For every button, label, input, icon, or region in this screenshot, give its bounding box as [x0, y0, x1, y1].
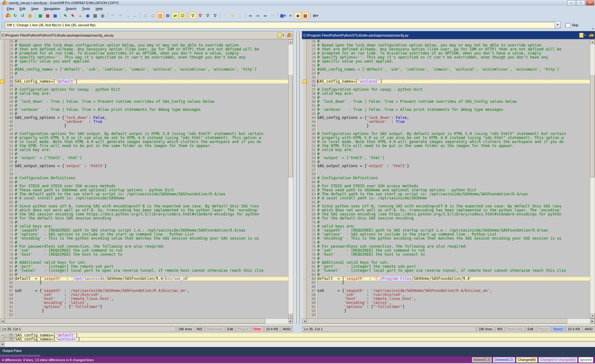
refresh-files-icon[interactable]: ↺ — [19, 12, 26, 19]
left-file-dropdown-icon[interactable]: ▾ — [283, 34, 284, 37]
copy-up-icon[interactable]: ↑ — [222, 12, 229, 19]
output-pane[interactable]: Output Pane — [0, 347, 595, 357]
undo-icon[interactable]: ↶ — [109, 12, 116, 19]
left-scroll-left-icon[interactable]: ◀ — [0, 319, 5, 323]
menu-item-files[interactable]: Files — [4, 6, 17, 11]
diff-marker-icon[interactable]: → — [0, 277, 4, 281]
code-line-54[interactable]: # 'output' = ['html5', 'html'] — [317, 156, 590, 160]
code-line-74[interactable]: # 'encoding' - This is the python encodi… — [317, 236, 590, 240]
code-line-46[interactable]: } — [15, 124, 288, 128]
skip-checkbox[interactable] — [566, 23, 570, 28]
code-line-85[interactable]: } — [15, 281, 288, 285]
code-line-35[interactable]: SAS_config_names=['default'] — [15, 80, 288, 84]
edit-first-icon[interactable]: ✎ — [62, 12, 69, 19]
code-line-40[interactable]: # 'lock_down' - True | False. True = Pre… — [317, 100, 590, 104]
save-first-icon[interactable]: ▣ — [37, 12, 44, 19]
code-line-42[interactable]: # 'verbose' - True | False. True = Allow… — [15, 108, 288, 112]
plugins-icon[interactable]: ◆ — [294, 12, 301, 19]
code-line-52[interactable]: # valid key are: — [317, 148, 590, 152]
code-line-57[interactable] — [317, 168, 590, 172]
code-line-93[interactable] — [317, 313, 590, 317]
diff-list-row[interactable]: →35SAS_config_names=['default'] — [0, 333, 595, 337]
diff-marker-icon[interactable]: ← — [302, 277, 306, 281]
find-next-icon[interactable]: ∞ — [254, 12, 261, 19]
code-line-40[interactable]: # 'lock_down' - True | False. True = Pre… — [15, 100, 288, 104]
menu-item-search[interactable]: Search — [63, 6, 79, 11]
save-second-icon[interactable]: ▣ — [44, 12, 51, 19]
options-check-icon[interactable]: ☑ — [179, 12, 186, 19]
redo-icon[interactable]: ↷ — [117, 12, 124, 19]
code-line-69[interactable]: # for the default Unix SAS session encod… — [317, 216, 590, 220]
open-files-icon[interactable]: ▣ — [27, 12, 33, 19]
code-line-42[interactable]: # 'verbose' - True | False. True = Allow… — [317, 108, 590, 112]
code-line-82[interactable]: # 'tunnel' - [integer] local port to ope… — [15, 269, 288, 273]
right-scroll-left-icon[interactable]: ◀ — [302, 319, 307, 323]
code-line-70[interactable]: # — [15, 220, 288, 224]
toolbar-grip[interactable] — [1, 12, 3, 18]
code-line-33[interactable]: # — [15, 72, 288, 76]
diffbar-grip[interactable] — [1, 20, 3, 30]
copy-block-icon[interactable]: ■ — [229, 12, 236, 19]
right-vertical-scrollbar[interactable]: ▲ ▼ — [590, 39, 595, 318]
code-line-30[interactable]: # specific value you want applied. — [15, 59, 288, 63]
close-button[interactable]: × — [586, 0, 594, 6]
filter-deleted-icon[interactable]: ∇ — [197, 12, 204, 19]
code-line-93[interactable] — [15, 313, 288, 317]
right-vertical-scroll-thumb[interactable] — [590, 75, 595, 177]
pane-splitter[interactable] — [293, 31, 302, 324]
code-line-64[interactable]: # A usual install path is: /opt/sasinsid… — [317, 196, 590, 200]
code-line-54[interactable]: # 'output' = ['html5', 'html'] — [15, 156, 288, 160]
menu-item-tools[interactable]: Tools — [79, 6, 93, 11]
right-code-area[interactable]: ## Based upon the lock_down configuratio… — [317, 39, 590, 318]
code-line-35[interactable]: SAS_config_names=['winlocal'] — [317, 80, 590, 84]
split-view-icon[interactable]: ◫ — [157, 12, 164, 19]
save-all-icon[interactable]: ▣ — [52, 12, 59, 19]
diff-list-scrollbar[interactable]: ◀ — [0, 341, 595, 347]
code-line-51[interactable]: # the HTML file will need to be put in t… — [317, 144, 590, 148]
edit-mode-icon[interactable]: ▨ — [302, 12, 309, 19]
code-line-38[interactable]: # valid key are: — [317, 92, 590, 96]
panes-layout-icon[interactable]: ▦▾ — [280, 12, 286, 19]
code-line-74[interactable]: # 'encoding' - This is the python encodi… — [15, 236, 288, 240]
code-line-51[interactable]: # the HTML file will need to be put in t… — [15, 144, 288, 148]
code-line-84[interactable]: default = {'saspath' : 'C:/Program Files… — [317, 277, 590, 281]
prev-diff-icon[interactable]: ← — [132, 12, 139, 19]
code-line-70[interactable]: # — [317, 220, 590, 224]
find-prev-icon[interactable]: ∞ — [262, 12, 269, 19]
show-second-icon[interactable]: □ — [149, 12, 156, 19]
code-line-32[interactable]: #SAS_config_names = ['default', 'ssh', '… — [317, 67, 590, 72]
left-vertical-scroll-thumb[interactable] — [289, 75, 293, 177]
current-diff-marker-icon[interactable]: ← — [302, 80, 306, 84]
code-line-84[interactable]: default = {'saspath' : '/opt/sasinside/S… — [15, 277, 288, 281]
code-line-82[interactable]: # 'tunnel' - [integer] local port to ope… — [317, 269, 590, 273]
left-code-area[interactable]: ## Based upon the lock_down configuratio… — [15, 39, 288, 318]
right-horizontal-scrollbar[interactable]: ◀ ▶ — [302, 318, 595, 324]
menu-item-view[interactable]: View — [28, 6, 41, 11]
diff-list-scroll-left-icon[interactable]: ◀ — [0, 342, 5, 346]
left-vertical-scrollbar[interactable]: ▲ ▼ — [288, 39, 293, 318]
left-scroll-right-icon[interactable]: ▶ — [288, 319, 293, 323]
left-scroll-down-icon[interactable]: ▼ — [289, 314, 293, 318]
right-horizontal-scroll-thumb[interactable] — [307, 319, 567, 323]
code-line-59[interactable]: # Configuration Definitions — [317, 176, 590, 180]
save-diffs-icon[interactable]: ▲ — [77, 12, 84, 19]
show-first-icon[interactable]: □ — [142, 12, 149, 19]
code-line-85[interactable]: } — [317, 281, 590, 285]
code-line-91[interactable]: 'options' : ["-fullstimer"] — [317, 305, 590, 309]
code-line-69[interactable]: # for the default Unix SAS session encod… — [15, 216, 288, 220]
code-line-92[interactable]: } — [317, 309, 590, 313]
code-line-56[interactable]: SAS_output_options = {'output' : 'html5'… — [15, 164, 288, 168]
line-details-icon[interactable]: ≡ — [287, 12, 294, 19]
menu-item-edit[interactable]: Edit — [17, 6, 28, 11]
minimize-button[interactable]: — — [567, 0, 576, 6]
find-icon[interactable]: ∞ — [247, 12, 254, 19]
filter-changed-icon[interactable]: ∇ — [204, 12, 211, 19]
code-line-37[interactable]: # Configuration options for saspy - pyth… — [317, 88, 590, 92]
right-file-icon[interactable] — [579, 33, 584, 38]
right-pane-header[interactable]: C:\Program Files\Python\Python37\Lib\sit… — [302, 31, 595, 39]
right-file-dropdown-icon[interactable]: ▾ — [584, 34, 586, 37]
grid-view-icon[interactable]: ⊞ — [164, 12, 171, 19]
right-scroll-up-icon[interactable]: ▲ — [590, 40, 595, 44]
current-diff-marker-icon[interactable]: → — [0, 80, 4, 84]
swap-panes-icon[interactable]: ⇄ — [172, 12, 178, 19]
